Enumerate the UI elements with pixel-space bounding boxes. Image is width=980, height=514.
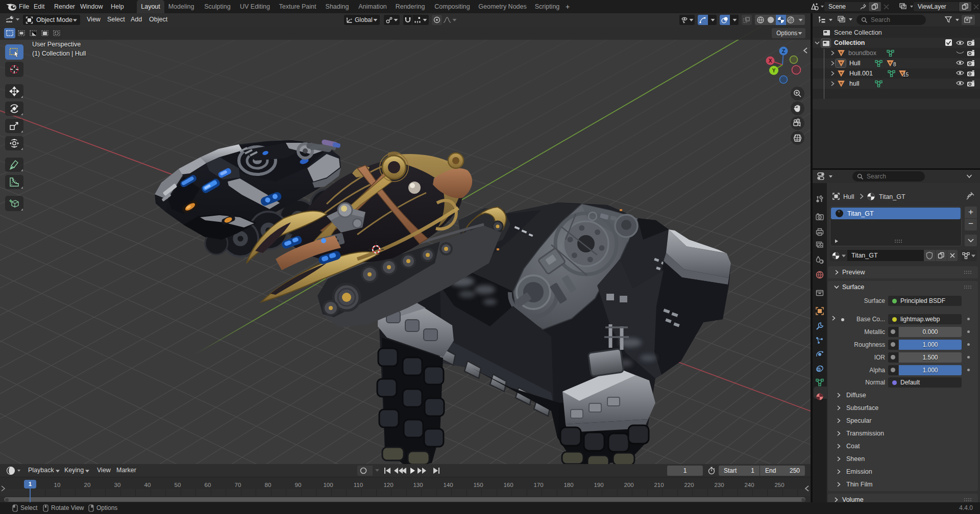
- svg-text:X: X: [769, 58, 772, 64]
- svg-text:Z: Z: [782, 48, 785, 54]
- svg-text:Y: Y: [772, 68, 776, 73]
